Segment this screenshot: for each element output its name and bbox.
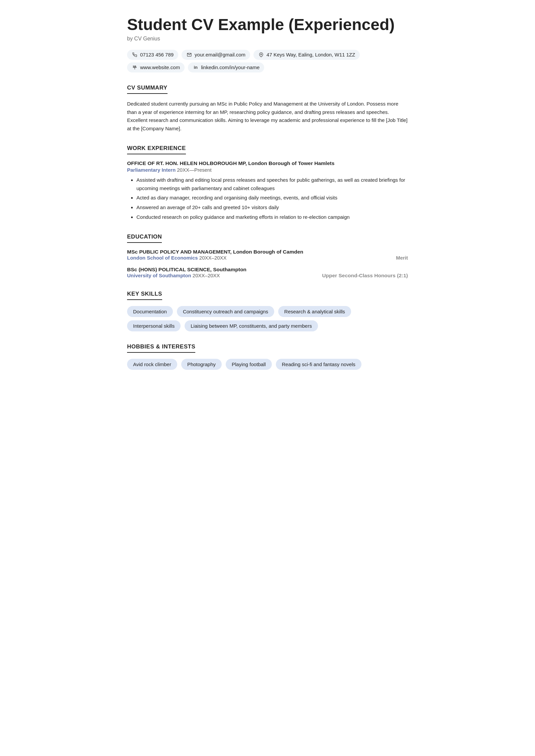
education-section: EDUCATION MSc PUBLIC POLICY AND MANAGEME… [127, 234, 408, 279]
skill-tag-1: Constituency outreach and campaigns [177, 306, 274, 317]
contact-row-2: www.website.com in linkedin.com/in/your-… [127, 62, 408, 72]
linkedin-icon: in [193, 64, 199, 70]
edu-dates-0: 20XX–20XX [199, 255, 227, 261]
key-skills-section: KEY SKILLS Documentation Constituency ou… [127, 291, 408, 331]
job-entry-0: OFFICE OF RT. HON. HELEN HOLBOROUGH MP, … [127, 160, 408, 221]
hobby-tag-0: Avid rock climber [127, 359, 177, 370]
phone-text: 07123 456 789 [140, 52, 174, 57]
linkedin-text: linkedin.com/in/your-name [201, 64, 259, 70]
key-skills-title: KEY SKILLS [127, 291, 162, 300]
bullet-0-1: Acted as diary manager, recording and or… [136, 194, 408, 202]
website-text: www.website.com [140, 64, 180, 70]
email-icon [186, 52, 192, 58]
edu-entry-0: MSc PUBLIC POLICY AND MANAGEMENT, London… [127, 249, 408, 261]
contact-row-1: 07123 456 789 your.email@gmail.com 47 Ke… [127, 50, 408, 60]
edu-entry-1: BSc (HONS) POLITICAL SCIENCE, Southampto… [127, 267, 408, 279]
contact-linkedin: in linkedin.com/in/your-name [188, 62, 264, 72]
edu-degree-1: BSc (HONS) POLITICAL SCIENCE, Southampto… [127, 267, 408, 273]
edu-school-row-0: London School of Economics 20XX–20XX Mer… [127, 255, 408, 261]
hobbies-tags-row: Avid rock climber Photography Playing fo… [127, 359, 408, 370]
education-title: EDUCATION [127, 234, 162, 243]
hobby-tag-1: Photography [181, 359, 222, 370]
page-title: Student CV Example (Experienced) [127, 16, 408, 34]
bullet-0-2: Answered an average of 20+ calls and gre… [136, 203, 408, 212]
contact-location: 47 Keys Way, Ealing, London, W11 1ZZ [253, 50, 360, 60]
skill-tag-4: Liaising between MP, constituents, and p… [185, 320, 318, 331]
work-experience-title: WORK EXPERIENCE [127, 145, 186, 154]
skill-tag-2: Research & analytical skills [278, 306, 351, 317]
cv-summary-title: CV SUMMARY [127, 85, 168, 94]
contact-website: www.website.com [127, 62, 185, 72]
cv-summary-section: CV SUMMARY Dedicated student currently p… [127, 85, 408, 133]
hobby-tag-3: Reading sci-fi and fantasy novels [276, 359, 361, 370]
job-role-row-0: Parliamentary Intern 20XX—Present [127, 167, 408, 173]
location-icon [258, 52, 264, 58]
edu-dates-1: 20XX–20XX [193, 273, 220, 278]
edu-grade-0: Merit [396, 255, 408, 261]
key-skills-tags-row-2: Interpersonal skills Liaising between MP… [127, 320, 408, 331]
location-text: 47 Keys Way, Ealing, London, W11 1ZZ [266, 52, 355, 57]
job-bullets-0: Assisted with drafting and editing local… [136, 176, 408, 221]
byline: by CV Genius [127, 36, 408, 42]
edu-degree-0: MSc PUBLIC POLICY AND MANAGEMENT, London… [127, 249, 408, 255]
job-dates-0: 20XX—Present [177, 167, 211, 173]
job-role-title-0: Parliamentary Intern [127, 167, 176, 173]
edu-grade-1: Upper Second-Class Honours (2:1) [322, 273, 408, 279]
contact-phone: 07123 456 789 [127, 50, 178, 60]
job-employer-0: OFFICE OF RT. HON. HELEN HOLBOROUGH MP, … [127, 160, 408, 166]
cv-summary-text: Dedicated student currently pursuing an … [127, 100, 408, 133]
edu-school-left-1: University of Southampton 20XX–20XX [127, 273, 220, 278]
edu-school-name-1: University of Southampton [127, 273, 191, 278]
svg-point-1 [260, 54, 262, 55]
phone-icon [132, 52, 138, 58]
bullet-0-3: Conducted research on policy guidance an… [136, 213, 408, 221]
hobbies-section: HOBBIES & INTERESTS Avid rock climber Ph… [127, 343, 408, 370]
skill-tag-3: Interpersonal skills [127, 320, 181, 331]
contact-email: your.email@gmail.com [182, 50, 250, 60]
bullet-0-0: Assisted with drafting and editing local… [136, 176, 408, 193]
work-experience-section: WORK EXPERIENCE OFFICE OF RT. HON. HELEN… [127, 145, 408, 221]
web-icon [132, 64, 138, 70]
skill-tag-0: Documentation [127, 306, 173, 317]
hobby-tag-2: Playing football [226, 359, 272, 370]
email-text: your.email@gmail.com [195, 52, 245, 57]
edu-school-row-1: University of Southampton 20XX–20XX Uppe… [127, 273, 408, 279]
edu-school-left-0: London School of Economics 20XX–20XX [127, 255, 227, 261]
edu-school-name-0: London School of Economics [127, 255, 198, 261]
key-skills-tags-row: Documentation Constituency outreach and … [127, 306, 408, 317]
hobbies-title: HOBBIES & INTERESTS [127, 343, 195, 353]
